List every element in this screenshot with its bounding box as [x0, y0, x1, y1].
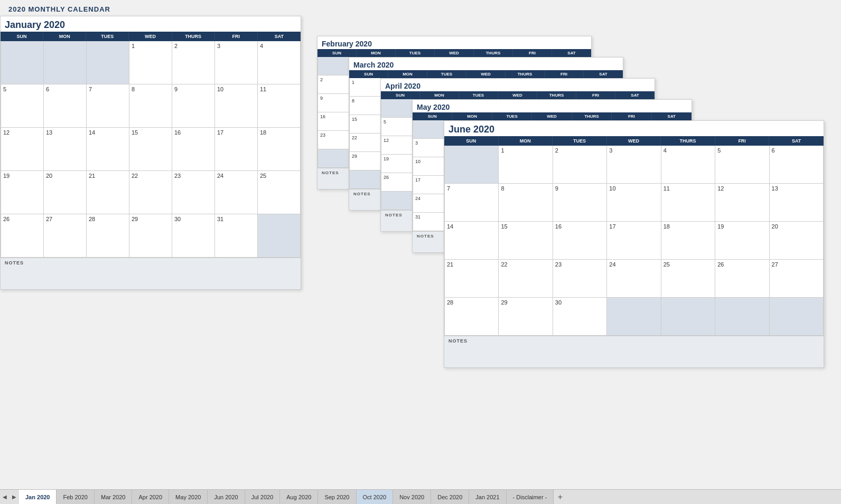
jan-w5-wed: 29 — [129, 214, 172, 258]
jan-hdr-fri: FRI — [215, 32, 258, 41]
jan-w4-mon: 20 — [44, 171, 87, 214]
jun-header: SUN MON TUES WED THURS FRI SAT — [444, 136, 824, 146]
jan-hdr-sun: SUN — [1, 32, 43, 41]
jan-w5-fri: 31 — [215, 214, 258, 258]
jan-hdr-mon: MON — [43, 32, 86, 41]
tab-add-button[interactable]: + — [554, 490, 566, 505]
jan-w1-thu: 2 — [172, 41, 215, 84]
jan-title: January 2020 — [1, 16, 301, 32]
jan-w3-fri: 17 — [215, 128, 258, 171]
jan-hdr-sat: SAT — [258, 32, 301, 41]
jan-w2-sat: 11 — [258, 84, 301, 128]
jan-hdr-tue: TUES — [86, 32, 129, 41]
jan-w4-tue: 21 — [87, 171, 129, 214]
tab-nov-2020[interactable]: Nov 2020 — [393, 490, 431, 505]
tab-apr-2020[interactable]: Apr 2020 — [132, 490, 169, 505]
mar-title: March 2020 — [349, 58, 623, 70]
jan-grid: 1 2 3 4 5 6 7 8 9 10 11 12 13 14 15 16 1… — [1, 41, 301, 258]
main-area: 2020 MONTHLY CALENDAR January 2020 SUN M… — [0, 0, 841, 480]
jan-w3-tue: 14 — [87, 128, 129, 171]
tab-aug-2020[interactable]: Aug 2020 — [280, 490, 318, 505]
jan-header: SUN MON TUES WED THURS FRI SAT — [1, 32, 301, 41]
tab-may-2020[interactable]: May 2020 — [169, 490, 208, 505]
jan-w2-mon: 6 — [44, 84, 87, 128]
jan-w5-thu: 30 — [172, 214, 215, 258]
page-title: 2020 MONTHLY CALENDAR — [8, 5, 833, 13]
jan-w2-wed: 8 — [129, 84, 172, 128]
jan-w3-wed: 15 — [129, 128, 172, 171]
tab-jun-2020[interactable]: Jun 2020 — [208, 490, 245, 505]
jan-w5-tue: 28 — [87, 214, 129, 258]
jan-hdr-wed: WED — [129, 32, 172, 41]
jan-w1-sun — [1, 41, 44, 84]
jan-w4-thu: 23 — [172, 171, 215, 214]
jan-w1-sat: 4 — [258, 41, 301, 84]
calendar-january: January 2020 SUN MON TUES WED THURS FRI … — [0, 16, 301, 290]
jan-w4-sun: 19 — [1, 171, 44, 214]
tab-next-arrow[interactable]: ▶ — [10, 490, 19, 505]
tab-jan-2020[interactable]: Jan 2020 — [19, 490, 57, 505]
tab-jan-2021[interactable]: Jan 2021 — [469, 490, 506, 505]
jan-w4-sat: 25 — [258, 171, 301, 214]
jan-w3-sun: 12 — [1, 128, 44, 171]
jan-w3-sat: 18 — [258, 128, 301, 171]
tab-oct-2020[interactable]: Oct 2020 — [357, 490, 394, 505]
may-header: SUN MON TUES WED THURS FRI SAT — [413, 112, 692, 120]
jan-w3-mon: 13 — [44, 128, 87, 171]
calendar-june: June 2020 SUN MON TUES WED THURS FRI SAT… — [444, 120, 824, 368]
jan-w5-sat — [258, 214, 301, 258]
feb-title: February 2020 — [317, 36, 591, 49]
tab-jul-2020[interactable]: Jul 2020 — [245, 490, 281, 505]
tab-disclaimer[interactable]: - Disclaimer - — [507, 490, 554, 505]
jan-w1-mon — [44, 41, 87, 84]
jan-w1-fri: 3 — [215, 41, 258, 84]
tab-bar: ◀ ▶ Jan 2020 Feb 2020 Mar 2020 Apr 2020 … — [0, 489, 841, 504]
jun-title: June 2020 — [444, 121, 824, 136]
jan-w3-thu: 16 — [172, 128, 215, 171]
tab-dec-2020[interactable]: Dec 2020 — [431, 490, 469, 505]
may-title: May 2020 — [413, 100, 692, 112]
mar-header: SUN MON TUES WED THURS FRI SAT — [349, 70, 623, 78]
jan-w5-mon: 27 — [44, 214, 87, 258]
jan-w4-fri: 24 — [215, 171, 258, 214]
jun-notes: NOTES — [444, 336, 824, 367]
feb-header: SUN MON TUES WED THURS FRI SAT — [317, 49, 591, 57]
jan-w5-sun: 26 — [1, 214, 44, 258]
tab-feb-2020[interactable]: Feb 2020 — [57, 490, 94, 505]
tab-prev-arrow[interactable]: ◀ — [0, 490, 10, 505]
jan-w2-sun: 5 — [1, 84, 44, 128]
jan-hdr-thu: THURS — [172, 32, 215, 41]
apr-header: SUN MON TUES WED THURS FRI SAT — [381, 91, 655, 99]
jan-w4-wed: 22 — [129, 171, 172, 214]
tab-mar-2020[interactable]: Mar 2020 — [95, 490, 132, 505]
jun-grid: 1 2 3 4 5 6 7 8 9 10 11 12 13 14 15 16 1… — [444, 146, 824, 336]
tab-sep-2020[interactable]: Sep 2020 — [318, 490, 356, 505]
jan-w1-wed: 1 — [129, 41, 172, 84]
apr-title: April 2020 — [381, 79, 655, 91]
jan-w2-thu: 9 — [172, 84, 215, 128]
jan-w1-tue — [87, 41, 129, 84]
jan-notes: NOTES — [1, 258, 301, 289]
jan-w2-tue: 7 — [87, 84, 129, 128]
jan-w2-fri: 10 — [215, 84, 258, 128]
